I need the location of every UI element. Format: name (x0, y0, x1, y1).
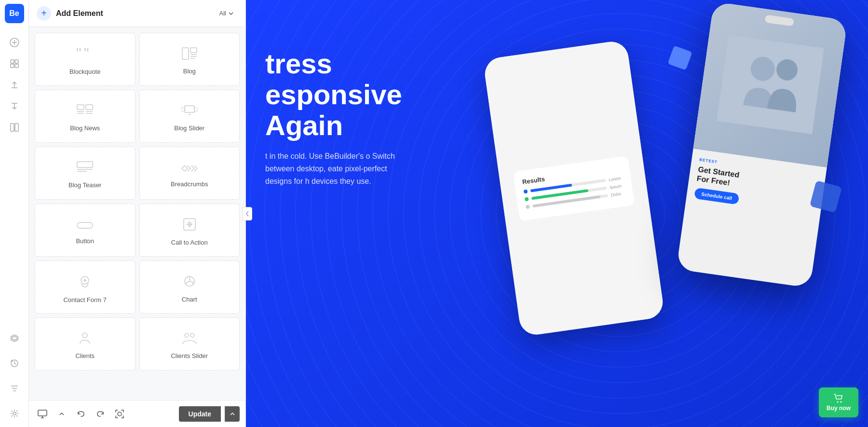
contact-form-7-icon (77, 274, 93, 291)
layers-button[interactable] (5, 329, 24, 348)
element-blockquote[interactable]: " " Blockquote (35, 33, 136, 86)
history-icon (10, 358, 19, 368)
panel-title: Add Element (56, 9, 211, 18)
hero-description: t in the cold. Use BeBuilder's o Switch … (265, 150, 400, 187)
chevron-up-icon (59, 411, 65, 417)
cube-decoration-2 (813, 183, 839, 210)
panel-collapse-button[interactable] (243, 207, 252, 220)
element-contact-form-7[interactable]: Contact Form 7 (35, 261, 136, 314)
cart-icon (833, 393, 844, 404)
svg-point-55 (118, 412, 122, 416)
element-call-to-action[interactable]: Call to Action (139, 204, 240, 257)
panel-toggle-button[interactable] (5, 118, 24, 137)
buy-now-button[interactable]: Buy now (819, 387, 858, 417)
button-icon (76, 219, 94, 233)
panel-footer: Update (29, 400, 245, 427)
element-blog-slider[interactable]: Blog Slider (139, 90, 240, 143)
layout-button[interactable] (5, 54, 24, 73)
undo-icon (77, 410, 85, 418)
element-chart[interactable]: Chart (139, 261, 240, 314)
svg-point-50 (185, 333, 189, 337)
add-section-icon (9, 37, 20, 48)
left-toolbar: Be (0, 0, 29, 427)
phone-cta-button: Schedule call (694, 188, 739, 205)
svg-rect-20 (182, 48, 189, 59)
element-clients-slider[interactable]: Clients Slider (139, 317, 240, 371)
filter-dropdown-button[interactable]: All (216, 8, 238, 19)
layers-icon (10, 333, 19, 343)
move-up-button[interactable] (5, 75, 24, 95)
move-down-icon (10, 101, 19, 111)
svg-rect-5 (11, 64, 14, 68)
add-section-button[interactable] (5, 33, 24, 52)
contact-form-7-label: Contact Form 7 (63, 296, 107, 303)
chevron-left-icon (245, 211, 249, 217)
breadcrumbs-label: Breadcrumbs (171, 180, 208, 188)
svg-rect-38 (77, 222, 93, 228)
redo-button[interactable] (93, 406, 108, 422)
layout-icon (10, 59, 19, 69)
device-desktop-button[interactable] (35, 406, 50, 422)
phone-image-placeholder (693, 1, 847, 167)
clients-label: Clients (75, 352, 95, 359)
svg-text:": " (76, 46, 81, 61)
blog-news-label: Blog News (70, 124, 100, 132)
elements-grid: " " Blockquote Blog (29, 27, 245, 400)
breadcrumbs-icon (181, 162, 198, 176)
svg-rect-28 (86, 105, 93, 110)
panel-header: + Add Element All (29, 0, 245, 27)
filter-label: All (219, 10, 226, 17)
clients-slider-label: Clients Slider (171, 352, 208, 359)
filter-icon (10, 384, 19, 393)
settings-icon (10, 409, 19, 418)
svg-rect-33 (194, 108, 197, 111)
update-button[interactable]: Update (179, 406, 221, 422)
phone-back: Results Lorem Ipsum Dolor (483, 40, 665, 337)
blog-slider-icon (181, 104, 198, 120)
filter-button[interactable] (5, 379, 24, 398)
svg-rect-56 (717, 35, 824, 134)
settings-button[interactable] (5, 404, 24, 423)
svg-rect-35 (77, 162, 93, 167)
chart-icon (182, 274, 197, 291)
element-button[interactable]: Button (35, 204, 136, 257)
chevron-up-small-icon (230, 412, 235, 416)
blockquote-label: Blockquote (69, 68, 100, 75)
svg-point-51 (190, 333, 194, 337)
logo-button[interactable]: Be (5, 4, 24, 23)
history-button[interactable] (5, 354, 24, 373)
svg-rect-31 (185, 106, 194, 112)
phone-image (693, 1, 847, 167)
blockquote-icon: " " (76, 46, 94, 63)
buy-now-label: Buy now (827, 405, 851, 412)
svg-rect-4 (15, 60, 18, 63)
add-element-plus-button[interactable]: + (37, 6, 51, 21)
svg-rect-12 (15, 124, 18, 131)
element-blog-teaser[interactable]: Blog Teaser (35, 147, 136, 200)
svg-line-48 (185, 281, 190, 284)
chevron-down-icon (228, 11, 234, 16)
call-to-action-icon (182, 217, 197, 234)
device-arrow-button[interactable] (54, 406, 69, 422)
svg-rect-3 (11, 60, 14, 63)
focus-button[interactable] (112, 406, 127, 422)
svg-rect-21 (190, 48, 197, 53)
element-clients[interactable]: Clients (35, 317, 136, 371)
update-arrow-button[interactable] (225, 406, 240, 422)
chart-label: Chart (182, 296, 197, 303)
blog-slider-label: Blog Slider (174, 124, 204, 132)
svg-point-17 (13, 412, 16, 415)
element-blog[interactable]: Blog (139, 33, 240, 86)
results-card: Results Lorem Ipsum Dolor (513, 155, 635, 220)
hero-text: tress esponsive Again t in the cold. Use… (265, 48, 402, 187)
element-breadcrumbs[interactable]: Breadcrumbs (139, 147, 240, 200)
svg-rect-52 (38, 410, 47, 416)
focus-icon (115, 410, 124, 418)
undo-button[interactable] (73, 406, 89, 422)
svg-point-60 (841, 401, 842, 403)
button-label: Button (76, 237, 94, 245)
element-blog-news[interactable]: Blog News (35, 90, 136, 143)
move-down-button[interactable] (5, 96, 24, 116)
desktop-icon (38, 410, 47, 418)
move-up-icon (10, 80, 19, 90)
